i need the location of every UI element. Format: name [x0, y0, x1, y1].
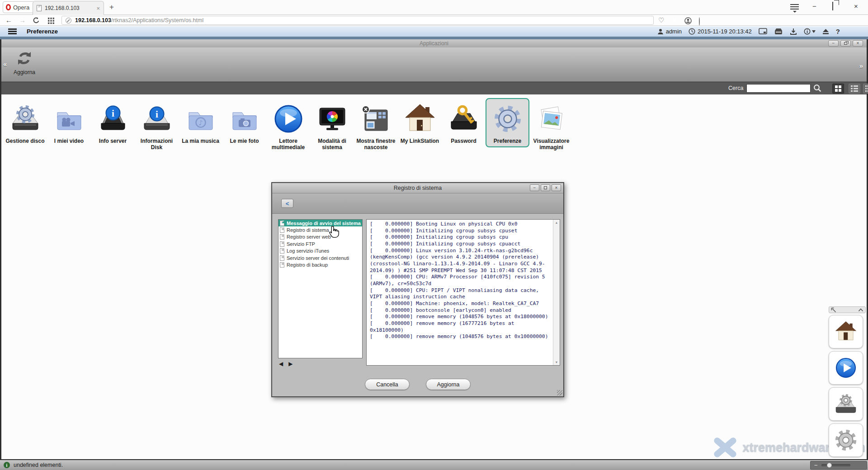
browser-tab[interactable]: 192.168.0.103 × [33, 1, 104, 15]
browser-minimize-button[interactable]: − [812, 3, 816, 9]
play-icon [833, 355, 859, 381]
app-lettore-multimediale[interactable]: Lettore multimediale [266, 98, 310, 154]
browser-close-button[interactable]: × [854, 3, 858, 9]
view-list-button[interactable] [849, 84, 860, 94]
site-badge-icon[interactable] [66, 18, 71, 24]
app-le-mie-foto[interactable]: Le mie foto [222, 98, 266, 147]
cancel-button[interactable]: Cancella [365, 379, 410, 390]
log-type-item[interactable]: Log servizio iTunes [278, 248, 362, 254]
collapse-right-icon[interactable]: » [859, 62, 863, 70]
scroll-up-icon[interactable]: ▲ [553, 221, 560, 224]
sync-icon[interactable] [699, 18, 700, 26]
bookmark-heart-icon[interactable]: ♡ [658, 16, 664, 24]
list-prev-icon[interactable]: ◀ [279, 361, 283, 367]
zoom-slider[interactable]: − [810, 461, 867, 470]
dialog-minimize-button[interactable]: − [530, 184, 539, 191]
window-close-button[interactable]: × [853, 40, 863, 47]
nas-header: Preferenze admin 2015-11-19 20:13:42 [0, 26, 868, 37]
server-info-icon: i [95, 101, 131, 137]
menu-hamburger-icon[interactable] [8, 27, 17, 35]
app-i-miei-video[interactable]: I miei video [47, 98, 91, 147]
nas-drive-icon[interactable] [774, 28, 783, 35]
help-button[interactable]: ? [836, 28, 840, 35]
status-bar: i undefined elementi. − [0, 459, 868, 470]
search-input[interactable] [746, 84, 811, 93]
gear-icon [490, 101, 526, 137]
log-type-item[interactable]: Servizio server dei contenuti [278, 254, 362, 261]
opera-menu-button[interactable]: Opera [3, 1, 34, 13]
opera-logo-icon [6, 4, 11, 10]
url-field[interactable]: 192.168.0.103/rtknas2/Applications/Syste… [61, 16, 654, 25]
app-modalita-di-sistema[interactable]: Modalità di sistema [310, 98, 354, 154]
home-icon [833, 319, 859, 344]
app-password[interactable]: Password [442, 98, 486, 147]
watermark-logo [710, 435, 739, 460]
app-la-mia-musica[interactable]: ♪ La mia musica [179, 98, 222, 147]
dialog-titlebar[interactable]: Registro di sistema − × [272, 183, 563, 193]
log-scrollbar[interactable]: ▲ ▼ [553, 220, 560, 365]
download-icon[interactable] [790, 28, 797, 35]
document-icon [280, 262, 284, 268]
window-restore-button[interactable] [840, 40, 851, 47]
window-minimize-button[interactable]: − [828, 40, 839, 47]
app-info-server[interactable]: i Info server [91, 98, 135, 147]
applications-toolbar: « Aggiorna » [1, 47, 867, 82]
dialog-back-button[interactable]: < [281, 199, 293, 208]
app-informazioni-disk[interactable]: i Informazioni Disk [135, 98, 179, 154]
eject-icon[interactable] [822, 28, 829, 35]
password-key-icon [446, 101, 482, 137]
display-icon[interactable] [759, 28, 767, 35]
status-text: undefined elementi. [14, 462, 63, 468]
speed-dial-icon[interactable] [48, 18, 54, 26]
dialog-close-button[interactable]: × [552, 184, 561, 191]
quick-launch-dock [829, 306, 866, 460]
back-icon[interactable]: ← [5, 16, 12, 24]
zoom-out-icon[interactable]: − [814, 462, 818, 468]
resize-grip[interactable] [557, 390, 562, 395]
dock-collapse-icon[interactable] [858, 308, 863, 312]
app-my-linkstation[interactable]: My LinkStation [398, 98, 442, 147]
dialog-refresh-button[interactable]: Aggiorna [426, 379, 471, 390]
page-title: Preferenze [27, 28, 58, 35]
log-type-item[interactable]: Registro server web [278, 234, 362, 240]
dock-move-icon[interactable] [831, 307, 836, 313]
log-type-item[interactable]: Servizio FTP [278, 240, 362, 247]
reload-icon[interactable] [33, 17, 40, 26]
view-grid-button[interactable] [832, 84, 844, 94]
view-detail-button[interactable] [863, 84, 868, 94]
tab-close-icon[interactable]: × [96, 5, 100, 11]
zoom-thumb[interactable] [827, 463, 832, 468]
list-next-icon[interactable]: ▶ [288, 361, 292, 367]
dock-storage-settings-button[interactable] [829, 387, 863, 421]
refresh-label: Aggiorna [11, 69, 38, 75]
scroll-down-icon[interactable]: ▼ [553, 361, 560, 364]
dock-media-player-button[interactable] [829, 351, 863, 385]
system-mode-icon [314, 101, 350, 137]
dock-settings-button[interactable] [829, 423, 863, 457]
browser-restore-button[interactable] [832, 3, 833, 9]
app-gestione-disco[interactable]: Gestione disco [3, 98, 47, 147]
zoom-track[interactable] [821, 464, 850, 466]
log-type-item[interactable]: Registro di sistema [278, 226, 362, 233]
app-visualizzatore-immagini[interactable]: Visualizzatore immagini [529, 98, 573, 154]
user-indicator[interactable]: admin [657, 28, 682, 35]
new-tab-button[interactable]: + [109, 3, 114, 12]
search-icon[interactable] [813, 84, 821, 94]
forward-icon[interactable]: → [19, 16, 26, 24]
dock-header [829, 306, 866, 313]
app-mostra-finestre-nascoste[interactable]: Mostra finestre nascoste [354, 98, 398, 154]
dialog-maximize-button[interactable] [541, 184, 550, 191]
video-folder-icon [51, 101, 87, 137]
log-type-item[interactable]: Messaggio di avvio del sistema [278, 220, 362, 226]
info-menu-icon[interactable] [804, 28, 816, 35]
opera-label: Opera [13, 4, 29, 11]
applications-titlebar[interactable]: Applicazioni − × [1, 39, 867, 47]
browser-menu-icon[interactable] [790, 4, 799, 14]
dock-home-button[interactable] [829, 315, 863, 348]
collapse-left-icon[interactable]: « [3, 60, 7, 68]
app-preferenze[interactable]: Preferenze [486, 98, 529, 147]
refresh-button[interactable]: Aggiorna [11, 50, 38, 75]
profile-icon[interactable] [684, 17, 692, 26]
log-type-item[interactable]: Registro di backup [278, 261, 362, 268]
user-icon [657, 28, 664, 35]
